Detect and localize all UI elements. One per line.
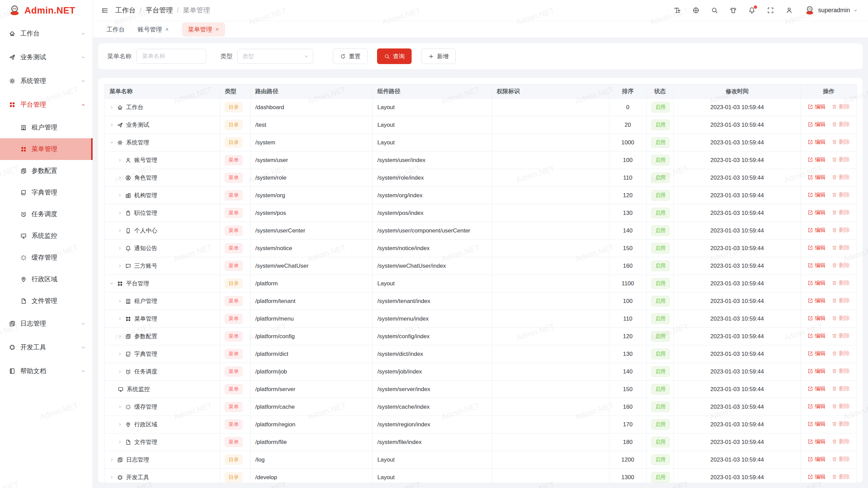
- edit-button[interactable]: 编辑: [808, 280, 826, 287]
- expander-icon[interactable]: [118, 193, 122, 198]
- collapse-sidebar-button[interactable]: [101, 7, 108, 14]
- sidebar-item-workbench[interactable]: 工作台: [0, 22, 93, 45]
- edit-button[interactable]: 编辑: [808, 438, 826, 445]
- edit-button[interactable]: 编辑: [808, 244, 826, 251]
- sidebar-item-business-test[interactable]: 业务测试: [0, 45, 93, 69]
- delete-button[interactable]: 删除: [832, 297, 850, 304]
- tab-账号管理[interactable]: 账号管理: [138, 25, 169, 34]
- expander-icon[interactable]: [118, 176, 122, 180]
- delete-button[interactable]: 删除: [832, 103, 850, 110]
- tab-菜单管理[interactable]: 菜单管理: [182, 22, 225, 37]
- breadcrumb-item[interactable]: 工作台: [115, 6, 136, 15]
- edit-button[interactable]: 编辑: [808, 174, 826, 181]
- expander-icon[interactable]: [118, 211, 122, 215]
- delete-button[interactable]: 删除: [832, 121, 850, 128]
- edit-button[interactable]: 编辑: [808, 103, 826, 110]
- delete-button[interactable]: 删除: [832, 421, 850, 428]
- theme-icon[interactable]: [730, 7, 737, 14]
- sidebar-item-tenant-mgmt[interactable]: 租户管理: [0, 117, 93, 138]
- delete-button[interactable]: 删除: [832, 403, 850, 410]
- sidebar-item-help-docs[interactable]: 帮助文档: [0, 359, 93, 383]
- fullscreen-icon[interactable]: [767, 7, 774, 14]
- expander-icon[interactable]: [110, 458, 114, 462]
- edit-button[interactable]: 编辑: [808, 227, 826, 234]
- delete-button[interactable]: 删除: [832, 156, 850, 163]
- sidebar-item-system-monitor[interactable]: 系统监控: [0, 225, 93, 247]
- edit-button[interactable]: 编辑: [808, 297, 826, 304]
- sidebar-item-param-config[interactable]: 参数配置: [0, 160, 93, 182]
- edit-button[interactable]: 编辑: [808, 121, 826, 128]
- delete-button[interactable]: 删除: [832, 368, 850, 375]
- delete-button[interactable]: 删除: [832, 385, 850, 392]
- expander-icon[interactable]: [118, 369, 122, 374]
- sidebar-item-log-mgmt[interactable]: 日志管理: [0, 312, 93, 336]
- edit-button[interactable]: 编辑: [808, 385, 826, 392]
- expander-icon[interactable]: [118, 334, 122, 339]
- menu-name-input[interactable]: [136, 49, 206, 64]
- sidebar-item-system-mgmt[interactable]: 系统管理: [0, 69, 93, 93]
- sidebar-item-platform-mgmt[interactable]: 平台管理: [0, 93, 93, 117]
- edit-button[interactable]: 编辑: [808, 456, 826, 463]
- add-button[interactable]: 新增: [421, 48, 456, 64]
- edit-button[interactable]: 编辑: [808, 139, 826, 146]
- expander-icon[interactable]: [118, 422, 122, 427]
- close-tab-icon[interactable]: [165, 27, 169, 32]
- delete-button[interactable]: 删除: [832, 315, 850, 322]
- sidebar-item-job-scheduler[interactable]: 任务调度: [0, 203, 93, 225]
- delete-button[interactable]: 删除: [832, 244, 850, 251]
- edit-button[interactable]: 编辑: [808, 156, 826, 163]
- expander-icon[interactable]: [110, 105, 114, 109]
- expander-icon[interactable]: [110, 475, 114, 480]
- expander-icon[interactable]: [118, 228, 122, 233]
- delete-button[interactable]: 删除: [832, 280, 850, 287]
- delete-button[interactable]: 删除: [832, 191, 850, 199]
- profile-icon[interactable]: [786, 7, 793, 14]
- edit-button[interactable]: 编辑: [808, 209, 826, 216]
- tab-工作台[interactable]: 工作台: [106, 25, 125, 34]
- close-tab-icon[interactable]: [215, 27, 219, 32]
- delete-button[interactable]: 删除: [832, 332, 850, 340]
- delete-button[interactable]: 删除: [832, 209, 850, 216]
- delete-button[interactable]: 删除: [832, 350, 850, 357]
- edit-button[interactable]: 编辑: [808, 403, 826, 410]
- breadcrumb-item[interactable]: 平台管理: [146, 6, 173, 15]
- edit-button[interactable]: 编辑: [808, 421, 826, 428]
- expander-icon[interactable]: [110, 140, 114, 145]
- edit-button[interactable]: 编辑: [808, 473, 826, 481]
- type-select[interactable]: 类型: [237, 49, 313, 64]
- menu-name-input-field[interactable]: [141, 53, 201, 60]
- sidebar-item-file-mgmt[interactable]: 文件管理: [0, 290, 93, 312]
- expander-icon[interactable]: [110, 281, 114, 286]
- user-menu[interactable]: superadmin: [804, 5, 858, 16]
- edit-button[interactable]: 编辑: [808, 368, 826, 375]
- expander-icon[interactable]: [118, 352, 122, 356]
- expander-icon[interactable]: [118, 158, 122, 162]
- delete-button[interactable]: 删除: [832, 227, 850, 234]
- edit-button[interactable]: 编辑: [808, 350, 826, 357]
- sidebar-item-dict-mgmt[interactable]: 字典管理: [0, 182, 93, 203]
- sidebar-item-admin-region[interactable]: 行政区域: [0, 268, 93, 290]
- sidebar-item-menu-mgmt[interactable]: 菜单管理: [0, 138, 93, 160]
- expander-icon[interactable]: [110, 123, 114, 127]
- delete-button[interactable]: 删除: [832, 174, 850, 181]
- edit-button[interactable]: 编辑: [808, 315, 826, 322]
- edit-button[interactable]: 编辑: [808, 332, 826, 340]
- font-size-icon[interactable]: [674, 7, 681, 14]
- sidebar-item-cache-mgmt[interactable]: 缓存管理: [0, 247, 93, 268]
- expander-icon[interactable]: [118, 405, 122, 409]
- notification-bell-icon[interactable]: [748, 7, 755, 14]
- language-icon[interactable]: [692, 7, 699, 14]
- expander-icon[interactable]: [118, 299, 122, 303]
- expander-icon[interactable]: [118, 264, 122, 268]
- sidebar-item-dev-tools[interactable]: 开发工具: [0, 336, 93, 359]
- edit-button[interactable]: 编辑: [808, 191, 826, 199]
- delete-button[interactable]: 删除: [832, 262, 850, 269]
- delete-button[interactable]: 删除: [832, 456, 850, 463]
- delete-button[interactable]: 删除: [832, 438, 850, 445]
- delete-button[interactable]: 删除: [832, 473, 850, 481]
- reset-button[interactable]: 重置: [333, 48, 368, 64]
- expander-icon[interactable]: [118, 246, 122, 250]
- expander-icon[interactable]: [118, 317, 122, 321]
- search-button[interactable]: 查询: [377, 48, 412, 64]
- edit-button[interactable]: 编辑: [808, 262, 826, 269]
